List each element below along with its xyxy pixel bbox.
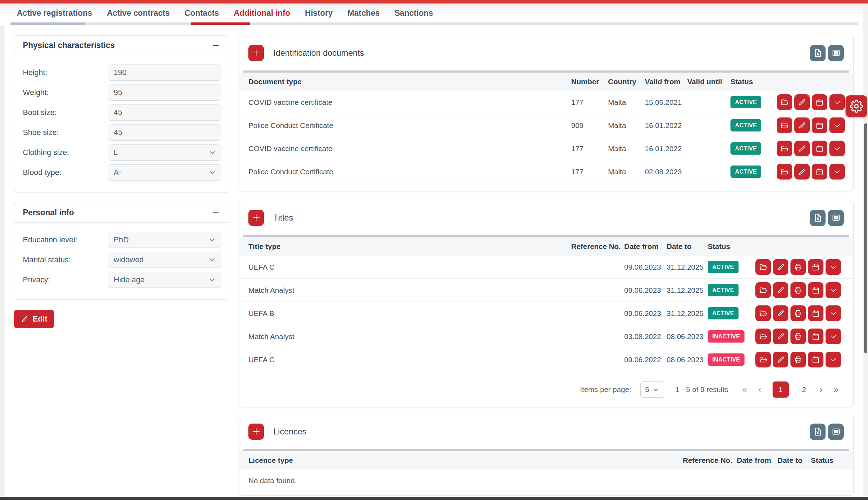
open-document-button[interactable]	[777, 164, 792, 180]
page-button-1[interactable]: 1	[773, 381, 789, 398]
edit-row-button[interactable]	[773, 329, 788, 344]
page-button-2[interactable]: 2	[800, 385, 808, 394]
tab-active-registrations[interactable]: Active registrations	[17, 8, 92, 18]
open-document-button[interactable]	[777, 141, 792, 156]
calendar-button[interactable]	[812, 164, 827, 180]
chevron-down-icon	[829, 263, 837, 271]
tab-matches[interactable]: Matches	[347, 8, 380, 18]
expand-row-button[interactable]	[829, 164, 845, 180]
folder-open-icon	[759, 263, 767, 271]
folder-open-icon	[759, 356, 767, 364]
add-licence-button[interactable]	[248, 424, 264, 440]
expand-row-button[interactable]	[826, 282, 841, 298]
open-document-button[interactable]	[777, 117, 792, 133]
expand-row-button[interactable]	[826, 259, 841, 275]
empty-table-message: No data found.	[239, 469, 853, 492]
blood-type-select[interactable]: A-	[108, 164, 221, 181]
open-document-button[interactable]	[755, 282, 771, 298]
panel-header: Identification documents	[239, 35, 853, 70]
columns-button[interactable]	[828, 45, 844, 61]
expand-row-button[interactable]	[826, 329, 841, 344]
column-header-date-to: Date to	[777, 456, 811, 465]
field-row: Marital status:widowed	[23, 250, 221, 270]
tab-additional-info[interactable]: Additional info	[234, 8, 290, 18]
boot-size-input[interactable]	[108, 104, 221, 121]
open-document-button[interactable]	[777, 94, 792, 110]
calendar-button[interactable]	[808, 329, 823, 344]
status-badge: ACTIVE	[730, 142, 761, 155]
calendar-button[interactable]	[812, 94, 827, 110]
select-value: PhD	[114, 235, 129, 244]
settings-button[interactable]	[846, 95, 867, 117]
shoe-size-input[interactable]	[108, 124, 221, 141]
cell-status: INACTIVE	[708, 330, 754, 343]
folder-open-icon	[759, 286, 767, 295]
open-document-button[interactable]	[755, 259, 771, 275]
tab-sanctions[interactable]: Sanctions	[394, 8, 433, 18]
export-excel-button[interactable]	[810, 210, 826, 226]
table-row: Match Analyst09.06.202331.12.2025ACTIVE	[239, 279, 853, 302]
cell-number: 177	[571, 144, 608, 153]
calendar-button[interactable]	[812, 117, 827, 133]
calendar-button[interactable]	[808, 259, 823, 275]
collapse-personal-button[interactable]	[210, 207, 221, 218]
folder-open-icon	[780, 168, 789, 176]
items-per-page-select[interactable]: 5	[640, 381, 664, 398]
first-page-button[interactable]: «	[742, 385, 747, 394]
export-excel-button[interactable]	[810, 424, 826, 440]
tab-contacts[interactable]: Contacts	[185, 8, 219, 18]
edit-row-button[interactable]	[794, 94, 810, 110]
edit-row-button[interactable]	[794, 117, 810, 133]
print-button[interactable]	[790, 259, 806, 275]
clothing-size-select[interactable]: L	[108, 144, 221, 161]
height-input[interactable]	[108, 65, 221, 81]
scrollbar-thumb[interactable]	[864, 123, 867, 353]
calendar-button[interactable]	[808, 352, 823, 367]
open-document-button[interactable]	[755, 352, 771, 367]
calendar-button[interactable]	[808, 305, 823, 321]
marital-status-select[interactable]: widowed	[108, 252, 221, 268]
open-document-button[interactable]	[755, 329, 771, 344]
print-button[interactable]	[790, 329, 806, 344]
collapse-physical-button[interactable]	[210, 40, 221, 51]
edit-row-button[interactable]	[773, 259, 788, 275]
pencil-icon	[776, 286, 785, 295]
calendar-button[interactable]	[808, 282, 823, 298]
edit-row-button[interactable]	[794, 141, 810, 156]
expand-row-button[interactable]	[829, 94, 845, 110]
panel-title: Identification documents	[273, 48, 800, 58]
education-level-select[interactable]: PhD	[108, 232, 221, 248]
tab-active-contracts[interactable]: Active contracts	[107, 8, 170, 18]
edit-row-button[interactable]	[773, 352, 788, 367]
export-excel-button[interactable]	[810, 45, 826, 61]
columns-button[interactable]	[828, 424, 844, 440]
cell-country: Malta	[608, 168, 645, 176]
privacy-select[interactable]: Hide age	[108, 272, 221, 288]
plus-icon	[251, 213, 261, 223]
expand-row-button[interactable]	[829, 117, 845, 133]
tab-history[interactable]: History	[305, 8, 333, 18]
weight-input[interactable]	[108, 85, 221, 101]
next-page-button[interactable]: ›	[820, 385, 822, 394]
print-button[interactable]	[790, 282, 806, 298]
last-page-button[interactable]: »	[834, 385, 839, 394]
calendar-icon	[815, 98, 824, 107]
open-document-button[interactable]	[755, 305, 771, 321]
edit-row-button[interactable]	[773, 305, 788, 321]
edit-row-button[interactable]	[794, 164, 810, 180]
edit-row-button[interactable]	[773, 282, 788, 298]
print-button[interactable]	[790, 305, 806, 321]
expand-row-button[interactable]	[829, 141, 845, 156]
table-row: UEFA B09.06.202331.12.2025ACTIVE	[239, 302, 853, 325]
add-title-button[interactable]	[248, 210, 264, 226]
print-button[interactable]	[790, 352, 806, 367]
columns-button[interactable]	[828, 210, 844, 226]
edit-button[interactable]: Edit	[14, 310, 54, 328]
select-value: widowed	[114, 255, 144, 264]
previous-page-button[interactable]: ‹	[758, 385, 761, 394]
field-label-weight: Weight:	[23, 88, 108, 97]
expand-row-button[interactable]	[826, 305, 841, 321]
add-identification-document-button[interactable]	[248, 45, 264, 61]
calendar-button[interactable]	[812, 141, 827, 156]
expand-row-button[interactable]	[826, 352, 841, 367]
